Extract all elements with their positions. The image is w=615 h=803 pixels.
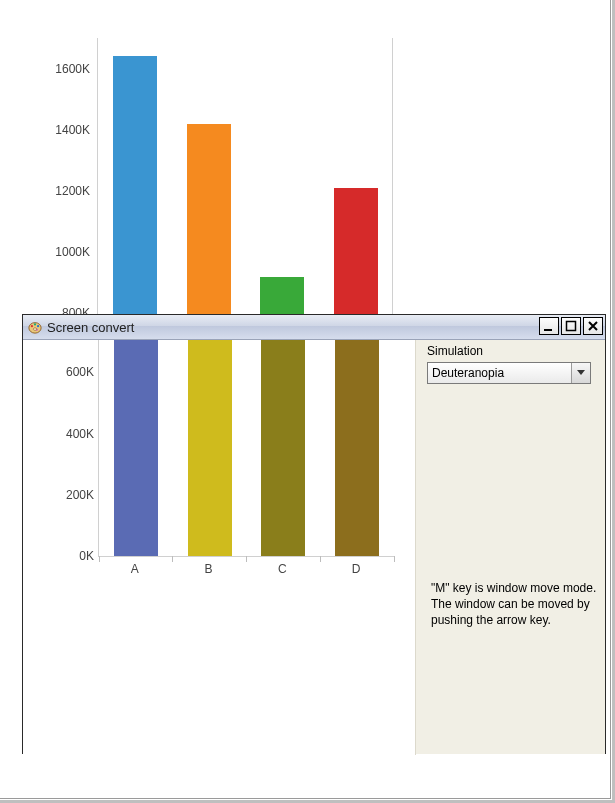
window-title: Screen convert: [47, 320, 134, 335]
y-axis-label: 0K: [36, 549, 94, 563]
maximize-button[interactable]: [561, 317, 581, 335]
simulation-dropdown-value: Deuteranopia: [432, 366, 504, 380]
chevron-down-icon[interactable]: [571, 363, 590, 383]
svg-rect-5: [544, 329, 552, 331]
y-axis-label: 200K: [36, 488, 94, 502]
simulation-label: Simulation: [427, 344, 597, 358]
svg-point-3: [37, 325, 39, 327]
y-axis-label: 600K: [36, 365, 94, 379]
help-text: "M" key is window move mode. The window …: [431, 580, 597, 629]
window-body: 0K200K400K600K ABCD Simulation Deuterano…: [23, 340, 605, 754]
screen-convert-window[interactable]: Screen convert 0K200K400K600K ABCD: [22, 314, 606, 754]
minimize-button[interactable]: [539, 317, 559, 335]
sim-bar-B: [188, 340, 232, 556]
x-axis-label: D: [334, 562, 378, 576]
y-axis-label: 1400K: [32, 123, 90, 137]
x-axis-label: A: [113, 562, 157, 576]
x-axis-label: B: [187, 562, 231, 576]
svg-rect-6: [567, 322, 576, 331]
sim-bar-C: [261, 340, 305, 556]
sim-bar-A: [114, 340, 158, 556]
svg-point-2: [34, 323, 36, 325]
close-button[interactable]: [583, 317, 603, 335]
palette-icon: [27, 319, 43, 335]
titlebar[interactable]: Screen convert: [23, 315, 605, 340]
simulation-dropdown[interactable]: Deuteranopia: [427, 362, 591, 384]
y-axis-label: 400K: [36, 427, 94, 441]
x-axis-label: C: [260, 562, 304, 576]
y-axis-label: 1600K: [32, 62, 90, 76]
simulation-viewport: 0K200K400K600K ABCD: [23, 340, 416, 755]
sim-bar-D: [335, 340, 379, 556]
y-axis-label: 1200K: [32, 184, 90, 198]
svg-point-1: [31, 325, 33, 327]
page: 0K200K400K600K800K1000K1200K1400K1600K A…: [0, 0, 615, 803]
y-axis-label: 1000K: [32, 245, 90, 259]
